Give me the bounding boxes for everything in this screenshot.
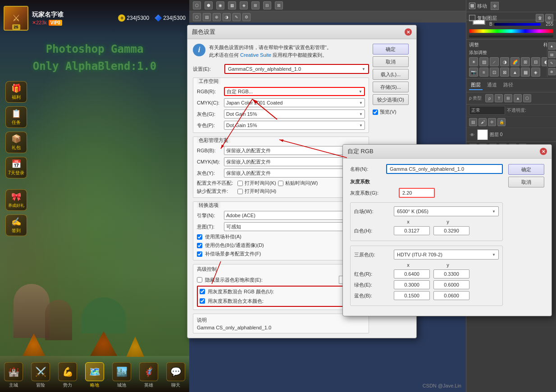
top-btn4[interactable]: ▦ xyxy=(228,1,236,9)
blend-mode-select[interactable]: 正常 xyxy=(469,106,505,115)
top-btn7[interactable]: ⊟ xyxy=(263,1,271,9)
top-btn2[interactable]: ⬢ xyxy=(205,1,213,9)
cmyk-combo[interactable]: Japan Color 2001 Coated ▼ xyxy=(224,98,365,107)
bot-btn4[interactable]: ◑ xyxy=(223,13,231,21)
layer-eye-0[interactable]: 👁 xyxy=(469,132,475,138)
nav-gift[interactable]: 📦 礼包 xyxy=(5,132,27,153)
avatar[interactable]: ⚔ 25 xyxy=(4,6,28,31)
compensate-checkbox[interactable] xyxy=(197,251,202,257)
adj-threshold[interactable]: ▲ xyxy=(510,68,520,77)
use-gray-text-checkbox[interactable] xyxy=(200,298,205,304)
filter-btn2[interactable]: T xyxy=(495,94,503,102)
filter-btn3[interactable]: ⊞ xyxy=(504,94,512,102)
spot-combo[interactable]: Dot Gain 15% ▼ xyxy=(224,121,365,130)
nav-city[interactable]: 🏙️ 城池 xyxy=(112,362,131,388)
bot-btn2[interactable]: ▤ xyxy=(203,13,211,21)
crb-white-combo[interactable]: 6500° K (D65) ▼ xyxy=(394,206,499,216)
nav-map[interactable]: 🗺️ 略地 xyxy=(85,362,104,388)
rgb-combo[interactable]: 自定 RGB... ▼ xyxy=(224,87,365,96)
adj-photofilter[interactable]: 📷 xyxy=(469,68,478,77)
side-tool1[interactable]: ▲ xyxy=(548,42,556,50)
save-button[interactable]: 存储(S)... xyxy=(373,82,409,92)
bot-btn3[interactable]: ⊕ xyxy=(213,13,221,21)
crb-primaries-combo[interactable]: HDTV (ITU-R 709-2) ▼ xyxy=(394,250,499,260)
filter-btn4[interactable]: ▲ xyxy=(514,94,522,102)
side-tool2[interactable]: ▤ xyxy=(548,51,556,58)
use-gray-rgb-checkbox[interactable] xyxy=(200,289,205,294)
tab-channels[interactable]: 通道 xyxy=(485,81,499,90)
top-btn8[interactable]: ⊠ xyxy=(275,1,283,9)
nav-hero[interactable]: 🦸 英雄 xyxy=(139,362,158,388)
dither-checkbox[interactable] xyxy=(197,243,202,248)
side-tool4[interactable]: ⊕ xyxy=(548,68,556,75)
adj-curves[interactable]: ⟋ xyxy=(490,57,499,66)
bot-btn1[interactable]: ⬡ xyxy=(193,13,201,21)
nav-yangcheng[interactable]: 🎀 养成好礼 xyxy=(5,189,27,211)
map-icon: 🗺️ xyxy=(85,362,104,381)
layer-lock-paint[interactable]: 🖌 xyxy=(479,118,487,126)
nav-7day[interactable]: 📅 7天登录 xyxy=(5,157,27,178)
crb-ok-button[interactable]: 确定 xyxy=(508,164,544,175)
color-settings-close[interactable]: ✕ xyxy=(405,28,412,36)
crb-cancel-button[interactable]: 取消 xyxy=(508,177,544,187)
load-button[interactable]: 载入(L)... xyxy=(373,69,409,80)
filter-btn5[interactable]: ⬡ xyxy=(523,94,531,102)
top-btn6[interactable]: ⊞ xyxy=(251,1,260,9)
top-btn3[interactable]: ◉ xyxy=(216,1,224,9)
adj-selective[interactable]: ◈ xyxy=(531,68,540,77)
crb-white-arrow: ▼ xyxy=(492,210,496,214)
nav-adventure[interactable]: ⚔️ 冒险 xyxy=(31,362,50,388)
adj-invert[interactable]: ⊡ xyxy=(490,68,499,77)
layer-lock-transparent[interactable]: ▤ xyxy=(469,118,477,126)
fewer-options-button[interactable]: 较少选项(O) xyxy=(373,94,409,105)
filter-btn1[interactable]: ρ xyxy=(485,94,493,102)
open-time-h-checkbox[interactable] xyxy=(237,189,243,194)
side-tool3[interactable]: ✎ xyxy=(548,59,556,67)
description-section: 说明 Gamma CS_only_alphablend_1.0 xyxy=(193,314,369,333)
tab-paths[interactable]: 路径 xyxy=(501,81,515,90)
layer-lock-all[interactable]: 🔒 xyxy=(497,118,506,126)
adj-exposure[interactable]: ◑ xyxy=(500,57,509,66)
adj-vibrance[interactable]: 🌈 xyxy=(510,57,520,66)
gray-combo[interactable]: Dot Gain 15% ▼ xyxy=(224,109,365,119)
cancel-button[interactable]: 取消 xyxy=(373,56,409,67)
tab-layers[interactable]: 图层 xyxy=(469,81,483,90)
nav-signin[interactable]: ✍️ 签到 xyxy=(5,214,27,236)
crb-gamma-input[interactable] xyxy=(399,188,435,198)
paste-time-w-checkbox[interactable] xyxy=(278,181,283,186)
use-gray-text-label: 用灰度系数混合文本颜色: xyxy=(208,298,341,305)
bot-btn5[interactable]: ✎ xyxy=(232,13,241,21)
checkbox-duplicate[interactable] xyxy=(469,15,475,21)
adj-brightness[interactable]: ☀ xyxy=(469,57,478,66)
adj-gradient[interactable]: ▦ xyxy=(521,68,530,77)
checkbox-move[interactable] xyxy=(469,3,475,9)
action-btn2[interactable]: ⚙ xyxy=(545,14,553,22)
adj-posterize[interactable]: ⊠ xyxy=(500,68,509,77)
custom-rgb-close[interactable]: ✕ xyxy=(540,148,547,155)
nav-fuili[interactable]: 🎁 福利 xyxy=(5,81,27,103)
top-btn5[interactable]: ◈ xyxy=(240,1,248,9)
adj-channelmix[interactable]: ≡ xyxy=(479,68,488,77)
layer-item-0[interactable]: 👁 图层 0 xyxy=(466,128,556,141)
creative-suite-link[interactable]: Creative Suite xyxy=(240,52,271,58)
preview-checkbox[interactable] xyxy=(373,109,378,115)
settings-combo[interactable]: GammaCS_only_alphablend_1.0 ▼ xyxy=(224,64,369,74)
action-btn1[interactable]: 🗑 xyxy=(536,14,544,22)
layer-lock-move[interactable]: ✛ xyxy=(488,118,496,126)
nav-main-city[interactable]: 🏰 主城 xyxy=(4,362,23,388)
open-time-k-checkbox[interactable] xyxy=(237,181,243,186)
nav-power[interactable]: 💪 势力 xyxy=(58,362,77,388)
adj-colorbalance[interactable]: ⊟ xyxy=(531,57,540,66)
crb-name-input[interactable] xyxy=(386,164,503,174)
nav-task[interactable]: 📋 任务 xyxy=(5,106,27,128)
ok-button[interactable]: 确定 xyxy=(373,44,409,55)
black-comp-checkbox[interactable] xyxy=(197,234,202,240)
gold-value: 234|5300 xyxy=(127,15,149,21)
bot-btn6[interactable]: ⚙ xyxy=(242,13,251,21)
adj-hsl[interactable]: ⊞ xyxy=(521,57,530,66)
adj-levels[interactable]: ▤ xyxy=(479,57,488,66)
top-btn1[interactable]: ⬡ xyxy=(193,1,201,9)
nav-chat[interactable]: 💬 聊天 xyxy=(166,362,185,388)
desaturate-checkbox[interactable] xyxy=(197,277,202,283)
move-icon-btn[interactable]: ✛ xyxy=(491,2,499,10)
